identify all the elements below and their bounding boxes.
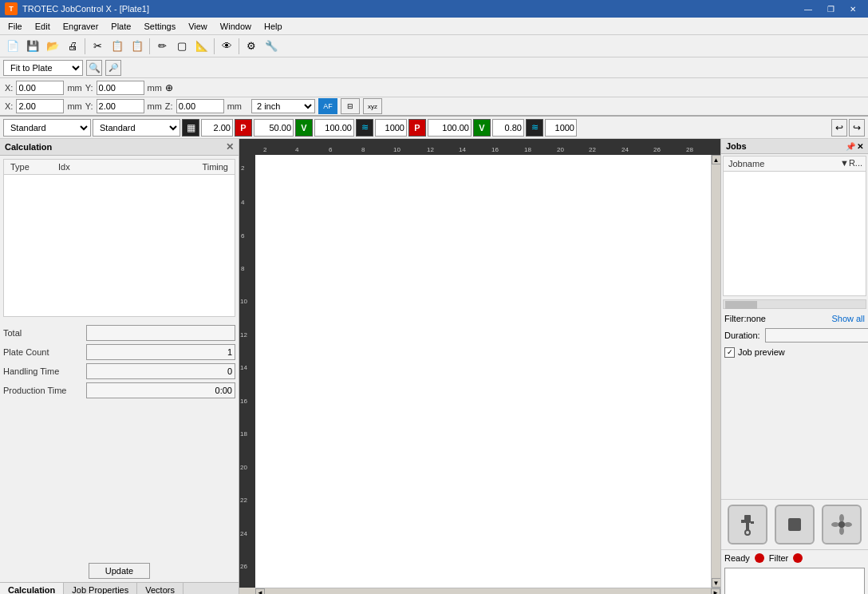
af-button[interactable]: AF [318, 98, 337, 114]
tab-calculation[interactable]: Calculation [0, 583, 64, 594]
jobs-pin-icon[interactable]: 📌 [846, 142, 855, 151]
power-input[interactable] [201, 119, 233, 137]
freq-input[interactable] [375, 119, 407, 137]
col-sort-icon[interactable]: ▼ [840, 158, 849, 169]
y-input-2[interactable] [97, 99, 144, 113]
h-scrollbar[interactable]: ◄ ► [255, 588, 720, 594]
preview-button[interactable]: 👁 [217, 37, 236, 56]
scroll-down-btn[interactable]: ▼ [712, 578, 721, 588]
y-label-1: Y: [85, 83, 93, 93]
save-button[interactable]: 💾 [23, 37, 42, 56]
scroll-left-btn[interactable]: ◄ [255, 588, 265, 595]
menu-plate[interactable]: Plate [105, 18, 137, 34]
usb-button[interactable] [728, 505, 767, 544]
canvas-inner [255, 155, 711, 588]
copy-button[interactable]: 📋 [108, 37, 127, 56]
canvas-scroll[interactable] [255, 155, 711, 588]
handling-time-input[interactable] [86, 363, 235, 379]
filter-value: none [747, 314, 766, 323]
menu-view[interactable]: View [182, 18, 214, 34]
jobs-preview-row: ✓ Job preview [721, 344, 868, 361]
speed-v-icon[interactable]: V [295, 119, 313, 137]
x-input-2[interactable] [16, 99, 64, 113]
menu-window[interactable]: Window [214, 18, 258, 34]
power-p-icon[interactable]: P [235, 119, 252, 137]
menu-edit[interactable]: Edit [29, 18, 57, 34]
cut-power-input[interactable] [428, 119, 471, 137]
menu-file[interactable]: File [2, 18, 29, 34]
undo-button[interactable]: ↩ [831, 119, 847, 137]
restore-button[interactable]: ❐ [820, 2, 841, 15]
production-time-input[interactable] [86, 382, 235, 398]
print-button[interactable]: 🖨 [63, 37, 82, 56]
minimize-button[interactable]: — [798, 2, 819, 15]
scroll-right-btn[interactable]: ► [711, 588, 720, 595]
redo-button[interactable]: ↪ [849, 119, 865, 137]
process-select[interactable]: StandardEngravingCutting [3, 119, 91, 137]
menu-settings[interactable]: Settings [137, 18, 182, 34]
y-input-1[interactable] [97, 81, 144, 95]
draw-button[interactable]: ✏ [152, 37, 172, 56]
jobs-hscroll[interactable] [723, 299, 866, 309]
tab-vectors[interactable]: Vectors [137, 583, 183, 594]
show-all-link[interactable]: Show all [831, 314, 865, 323]
paste-button[interactable]: 📋 [128, 37, 147, 56]
hatch-icon[interactable]: ▦ [182, 119, 199, 137]
zoom-in-button[interactable]: 🔍 [86, 60, 102, 76]
power-value-input[interactable] [254, 119, 294, 137]
x-unit-2: mm [67, 101, 81, 111]
z-input[interactable] [176, 99, 224, 113]
col-r: R... [849, 158, 862, 169]
material-select[interactable]: StandardMetalWood [93, 119, 180, 137]
col-timing: Timing [199, 161, 231, 172]
tab-job-properties[interactable]: Job Properties [64, 583, 137, 594]
h-ruler: // draw ruler ticks inline via JS later … [255, 139, 720, 155]
scroll-up-btn[interactable]: ▲ [712, 155, 721, 164]
jobs-text-area[interactable] [724, 568, 865, 594]
stop-button[interactable] [775, 505, 815, 544]
panel-close-icon[interactable]: ✕ [226, 141, 234, 152]
select-button[interactable]: ▢ [172, 37, 191, 56]
jobs-close-icon[interactable]: ✕ [857, 142, 863, 151]
close-button[interactable]: ✕ [842, 2, 863, 15]
plate-count-input[interactable] [86, 344, 235, 360]
job-preview-checkbox[interactable]: ✓ [724, 347, 735, 358]
focus-button[interactable]: ⊟ [341, 98, 360, 114]
duration-input[interactable] [765, 328, 868, 343]
open-button[interactable]: 📂 [43, 37, 62, 56]
zoom-select[interactable]: Fit to Plate 25%50%75%100% [3, 60, 83, 76]
units-select[interactable]: 2 inch 1 inch 3 inch [251, 99, 315, 113]
speed-value-input[interactable] [314, 119, 354, 137]
cut-freq-icon[interactable]: ≋ [526, 119, 543, 137]
xyz-button[interactable]: xyz [363, 98, 382, 114]
toolbar-sep3 [214, 38, 215, 54]
update-button[interactable]: Update [89, 563, 150, 579]
freq-icon[interactable]: ≋ [356, 119, 373, 137]
tools-button[interactable]: 🔧 [262, 37, 281, 56]
zoom-out-button[interactable]: 🔎 [105, 60, 121, 76]
fan-button[interactable] [822, 505, 862, 544]
cut-speed-input[interactable] [492, 119, 524, 137]
settings-button[interactable]: ⚙ [242, 37, 261, 56]
cut-p-icon[interactable]: P [408, 119, 426, 137]
x-label-2: X: [5, 101, 13, 111]
col-type: Type [7, 161, 55, 172]
coord-icon-1[interactable]: ⊕ [165, 82, 173, 93]
x-input-1[interactable] [16, 81, 64, 95]
v-scrollbar[interactable]: ▲ ▼ [711, 155, 720, 588]
new-button[interactable]: 📄 [3, 37, 22, 56]
toolbar-sep1 [85, 38, 85, 54]
total-row: Total [3, 325, 235, 341]
measure-button[interactable]: 📐 [192, 37, 211, 56]
menu-engraver[interactable]: Engraver [57, 18, 105, 34]
svg-rect-5 [788, 518, 801, 531]
total-input[interactable] [86, 325, 235, 341]
cut-button[interactable]: ✂ [88, 37, 107, 56]
menu-help[interactable]: Help [258, 18, 289, 34]
cut-freq-input[interactable] [545, 119, 577, 137]
cut-v-icon[interactable]: V [473, 119, 491, 137]
svg-rect-3 [741, 520, 744, 523]
calc-table-header: Type Idx Timing [4, 160, 235, 175]
jobs-spacer [721, 361, 868, 500]
calc-table: Type Idx Timing [3, 159, 235, 317]
